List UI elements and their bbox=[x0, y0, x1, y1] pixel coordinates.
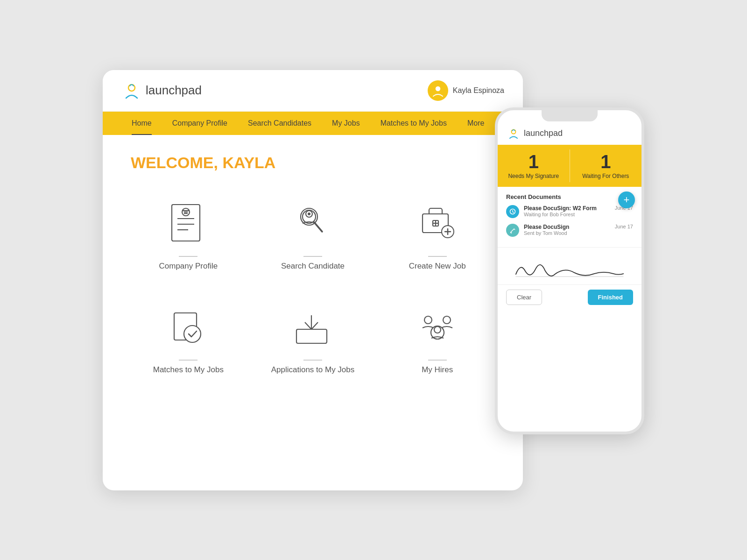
grid-divider bbox=[303, 360, 322, 361]
svg-line-13 bbox=[314, 222, 322, 232]
scene: launchpad Kayla Espinoza Home Company Pr… bbox=[103, 70, 644, 490]
svg-point-0 bbox=[128, 85, 135, 91]
mobile-device: launchpad 1 Needs My Signature 1 Waiting… bbox=[495, 107, 644, 434]
nav-item-search-candidates[interactable]: Search Candidates bbox=[238, 112, 322, 135]
tablet-content: WELCOME, KAYLA bbox=[103, 135, 523, 412]
logo[interactable]: launchpad bbox=[121, 80, 202, 101]
my-hires-icon bbox=[414, 304, 461, 350]
svg-line-39 bbox=[510, 233, 512, 233]
grid-divider bbox=[179, 256, 197, 257]
svg-line-35 bbox=[513, 212, 514, 213]
nav-item-company-profile[interactable]: Company Profile bbox=[162, 112, 238, 135]
grid-item-applications[interactable]: Applications to My Jobs bbox=[255, 294, 371, 384]
svg-point-32 bbox=[512, 129, 516, 134]
doc-date-2: June 17 bbox=[615, 224, 633, 229]
finished-button[interactable]: Finished bbox=[588, 290, 633, 305]
doc-row-2[interactable]: Please DocuSign Sent by Tom Wood June 17 bbox=[506, 224, 633, 237]
create-new-job-icon bbox=[414, 200, 461, 247]
needs-signature-label: Needs My Signature bbox=[508, 173, 559, 179]
grid-divider bbox=[428, 256, 447, 257]
nav-item-more[interactable]: More bbox=[457, 112, 494, 135]
grid-item-my-hires[interactable]: My Hires bbox=[380, 294, 495, 384]
mobile-logo-text: launchpad bbox=[524, 128, 563, 138]
mobile-banner: 1 Needs My Signature 1 Waiting For Other… bbox=[498, 145, 641, 187]
doc-clock-icon bbox=[506, 205, 519, 218]
nav-item-matches[interactable]: Matches to My Jobs bbox=[370, 112, 457, 135]
svg-point-1 bbox=[435, 86, 441, 92]
svg-point-12 bbox=[308, 213, 310, 215]
grid-label-company-profile: Company Profile bbox=[159, 262, 218, 271]
grid-divider bbox=[428, 360, 447, 361]
needs-signature-count: 1 bbox=[529, 152, 539, 171]
applications-icon bbox=[289, 304, 336, 350]
doc-info-1: Please DocuSign: W2 Form Waiting for Bob… bbox=[524, 205, 610, 217]
grid-item-search-candidate[interactable]: Search Candidate bbox=[255, 191, 371, 280]
grid-label-matches: Matches to My Jobs bbox=[153, 365, 224, 375]
nav-item-home[interactable]: Home bbox=[121, 112, 162, 135]
svg-rect-2 bbox=[172, 205, 200, 241]
tablet-nav: Home Company Profile Search Candidates M… bbox=[103, 112, 523, 135]
user-avatar bbox=[428, 80, 448, 101]
svg-point-29 bbox=[443, 316, 451, 324]
svg-line-27 bbox=[311, 322, 318, 329]
search-candidate-icon bbox=[289, 200, 336, 247]
grid-divider bbox=[179, 360, 197, 361]
recent-docs-title: Recent Documents bbox=[506, 193, 633, 200]
mobile-footer: Clear Finished bbox=[498, 284, 641, 312]
waiting-count: 1 bbox=[600, 152, 611, 171]
grid-item-matches-to-my-jobs[interactable]: Matches to My Jobs bbox=[131, 294, 246, 384]
waiting-label: Waiting For Others bbox=[582, 173, 629, 179]
doc-row-1[interactable]: Please DocuSign: W2 Form Waiting for Bob… bbox=[506, 205, 633, 218]
company-profile-icon bbox=[165, 200, 211, 247]
grid-item-company-profile[interactable]: Company Profile bbox=[131, 191, 246, 280]
signature-area[interactable] bbox=[498, 247, 641, 284]
grid-item-create-new-job[interactable]: Create New Job bbox=[380, 191, 495, 280]
svg-point-28 bbox=[424, 316, 432, 324]
feature-grid: Company Profile bbox=[131, 191, 495, 384]
mobile-notch bbox=[542, 110, 598, 121]
doc-pencil-icon bbox=[506, 224, 519, 237]
doc-info-2: Please DocuSign Sent by Tom Wood bbox=[524, 224, 610, 236]
doc-sub-1: Waiting for Bob Forest bbox=[524, 212, 610, 217]
tablet-device: launchpad Kayla Espinoza Home Company Pr… bbox=[103, 70, 523, 490]
matches-icon bbox=[165, 304, 211, 350]
logo-icon bbox=[121, 80, 142, 101]
grid-label-search-candidate: Search Candidate bbox=[281, 262, 345, 271]
fab-button[interactable]: + bbox=[618, 191, 635, 208]
doc-title-1: Please DocuSign: W2 Form bbox=[524, 205, 610, 212]
grid-label-create-new-job: Create New Job bbox=[409, 262, 466, 271]
svg-rect-24 bbox=[296, 329, 327, 343]
grid-label-my-hires: My Hires bbox=[422, 365, 453, 375]
user-name: Kayla Espinoza bbox=[453, 86, 504, 95]
logo-text: launchpad bbox=[146, 83, 202, 98]
tablet-header: launchpad Kayla Espinoza bbox=[103, 70, 523, 112]
waiting-panel[interactable]: 1 Waiting For Others bbox=[570, 145, 642, 187]
grid-divider bbox=[303, 256, 322, 257]
mobile-logo-icon bbox=[507, 127, 520, 140]
nav-item-my-jobs[interactable]: My Jobs bbox=[322, 112, 370, 135]
svg-line-36 bbox=[511, 229, 514, 232]
doc-title-2: Please DocuSign bbox=[524, 224, 610, 230]
doc-sub-2: Sent by Tom Wood bbox=[524, 230, 610, 236]
svg-point-23 bbox=[184, 326, 201, 342]
welcome-heading: WELCOME, KAYLA bbox=[131, 154, 495, 172]
grid-label-applications: Applications to My Jobs bbox=[271, 365, 355, 375]
mobile-header: launchpad bbox=[498, 121, 641, 145]
signature-svg bbox=[506, 252, 633, 282]
svg-line-26 bbox=[305, 322, 311, 329]
user-area: Kayla Espinoza bbox=[428, 80, 504, 101]
svg-line-37 bbox=[514, 229, 515, 230]
clear-button[interactable]: Clear bbox=[506, 290, 542, 305]
needs-signature-panel[interactable]: 1 Needs My Signature bbox=[498, 145, 570, 187]
